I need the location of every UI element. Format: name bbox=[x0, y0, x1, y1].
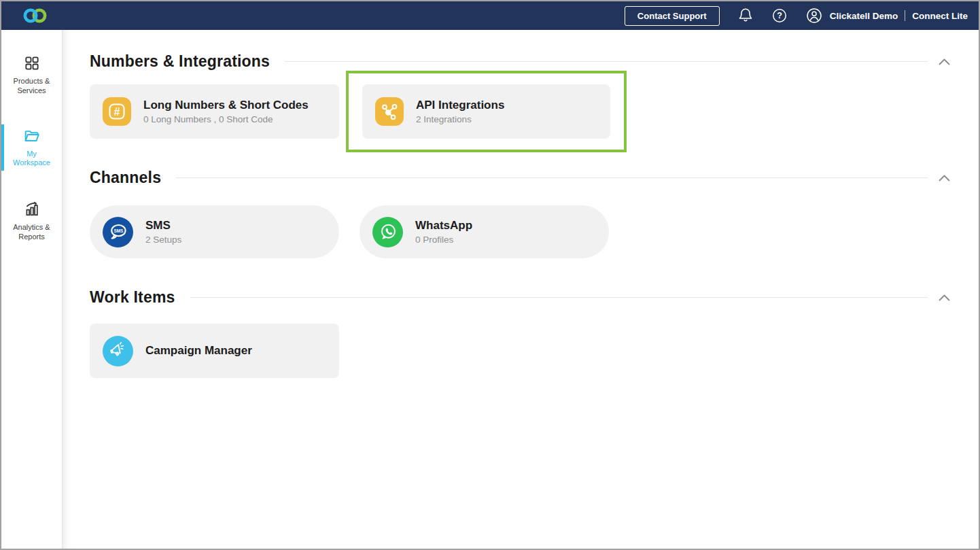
share-icon bbox=[375, 97, 404, 126]
bar-chart-icon bbox=[23, 199, 41, 218]
svg-text:#: # bbox=[113, 105, 120, 118]
sidebar-item-my-workspace[interactable]: My Workspace bbox=[1, 123, 62, 173]
megaphone-icon bbox=[103, 336, 133, 366]
sidebar-item-products-services[interactable]: Products & Services bbox=[1, 50, 62, 100]
collapse-section-button[interactable] bbox=[937, 293, 951, 303]
svg-text:?: ? bbox=[777, 11, 782, 20]
sidebar-item-analytics-reports[interactable]: Analytics & Reports bbox=[1, 195, 62, 246]
help-icon: ? bbox=[771, 7, 788, 24]
sidebar-item-label: Products & Services bbox=[7, 77, 56, 96]
card-title: API Integrations bbox=[416, 99, 504, 112]
main-content: Numbers & Integrations # bbox=[63, 30, 979, 549]
card-sms[interactable]: SMS SMS 2 Setups bbox=[90, 205, 339, 258]
svg-text:SMS: SMS bbox=[113, 228, 124, 233]
channels-cards-row: SMS SMS 2 Setups bbox=[90, 205, 951, 258]
section-header-numbers-integrations: Numbers & Integrations bbox=[90, 52, 951, 71]
card-api-integrations[interactable]: API Integrations 2 Integrations bbox=[362, 84, 610, 139]
chevron-up-icon bbox=[939, 58, 950, 65]
clickatell-logo bbox=[20, 6, 50, 25]
section-title: Channels bbox=[90, 169, 161, 187]
sidebar-item-label: My Workspace bbox=[7, 150, 56, 169]
card-long-numbers-short-codes[interactable]: # Long Numbers & Short Codes 0 Long Numb… bbox=[90, 84, 339, 139]
section-header-work-items: Work Items bbox=[90, 288, 951, 307]
bell-icon bbox=[737, 7, 754, 24]
card-title: WhatsApp bbox=[415, 219, 472, 233]
card-title: Long Numbers & Short Codes bbox=[143, 99, 309, 112]
hash-icon: # bbox=[103, 97, 131, 126]
card-title: SMS bbox=[145, 219, 181, 233]
user-icon bbox=[805, 7, 823, 24]
whatsapp-icon bbox=[372, 217, 403, 247]
account-divider bbox=[905, 10, 905, 21]
chevron-up-icon bbox=[939, 175, 950, 182]
sidebar: Products & Services My Workspace bbox=[1, 30, 63, 549]
top-navigation-bar: Contact Support ? Clicka bbox=[1, 1, 979, 30]
card-subtitle: 0 Long Numbers , 0 Short Code bbox=[143, 114, 309, 124]
work-items-cards-row: Campaign Manager bbox=[90, 324, 951, 378]
plan-name: Connect Lite bbox=[912, 11, 968, 21]
card-subtitle: 2 Setups bbox=[145, 235, 181, 245]
help-button[interactable]: ? bbox=[771, 7, 788, 24]
folder-icon bbox=[22, 127, 41, 145]
sidebar-item-label: Analytics & Reports bbox=[7, 223, 56, 242]
app-window: Contact Support ? Clicka bbox=[0, 0, 980, 550]
collapse-section-button[interactable] bbox=[937, 173, 951, 183]
grid-icon bbox=[23, 54, 41, 72]
section-title: Numbers & Integrations bbox=[90, 52, 270, 71]
section-header-channels: Channels bbox=[90, 169, 951, 187]
sms-bubble-icon: SMS bbox=[103, 217, 133, 247]
active-indicator bbox=[1, 124, 4, 171]
section-divider-line bbox=[190, 297, 928, 298]
section-divider-line bbox=[285, 61, 928, 62]
card-whatsapp[interactable]: WhatsApp 0 Profiles bbox=[360, 205, 609, 258]
card-campaign-manager[interactable]: Campaign Manager bbox=[90, 324, 339, 378]
highlight-outline: API Integrations 2 Integrations bbox=[346, 71, 627, 152]
card-subtitle: 2 Integrations bbox=[416, 114, 504, 124]
collapse-section-button[interactable] bbox=[937, 57, 951, 67]
contact-support-button[interactable]: Contact Support bbox=[625, 6, 720, 26]
account-menu[interactable]: Clickatell Demo Connect Lite bbox=[805, 7, 968, 24]
clickatell-logo-icon bbox=[20, 6, 50, 25]
card-subtitle: 0 Profiles bbox=[415, 235, 472, 245]
account-name: Clickatell Demo bbox=[830, 11, 898, 21]
numbers-cards-row: # Long Numbers & Short Codes 0 Long Numb… bbox=[90, 84, 951, 152]
card-title: Campaign Manager bbox=[145, 344, 252, 358]
notifications-button[interactable] bbox=[737, 7, 754, 24]
section-divider-line bbox=[176, 177, 928, 178]
chevron-up-icon bbox=[939, 294, 950, 301]
section-title: Work Items bbox=[90, 288, 175, 307]
